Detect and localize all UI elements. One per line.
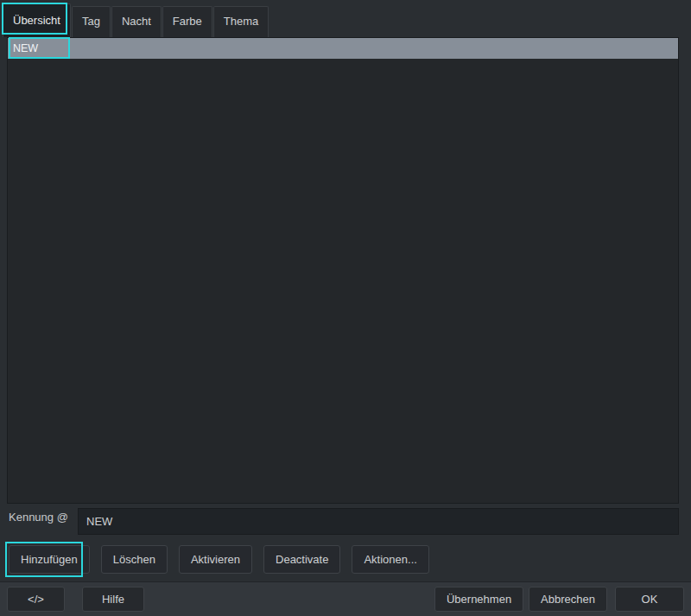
action-button-row: Hinzufügen Löschen Aktivieren Deactivate… — [9, 545, 429, 574]
list-item-new[interactable]: NEW — [8, 38, 678, 59]
add-button[interactable]: Hinzufügen — [9, 545, 90, 574]
profile-list[interactable]: NEW — [7, 37, 679, 504]
ok-button[interactable]: OK — [615, 587, 684, 612]
tab-thema[interactable]: Thema — [213, 6, 269, 37]
apply-button[interactable]: Übernehmen — [434, 587, 523, 612]
tab-tag[interactable]: Tag — [72, 6, 111, 37]
tab-bar: Übersicht Tag Nacht Farbe Thema — [3, 0, 691, 37]
settings-dialog: Übersicht Tag Nacht Farbe Thema NEW Kenn… — [0, 0, 691, 616]
tab-farbe[interactable]: Farbe — [162, 6, 212, 37]
help-button[interactable]: Hilfe — [82, 587, 144, 612]
tab-uebersicht[interactable]: Übersicht — [3, 3, 71, 37]
dialog-button-bar: </> Hilfe Übernehmen Abbrechen OK — [0, 581, 691, 616]
cancel-button[interactable]: Abbrechen — [529, 587, 607, 612]
delete-button[interactable]: Löschen — [101, 545, 168, 574]
activate-button[interactable]: Aktivieren — [179, 545, 252, 574]
code-view-button[interactable]: </> — [7, 587, 65, 612]
kennung-label: Kennung @ — [9, 511, 68, 524]
deactivate-button[interactable]: Deactivate — [263, 545, 340, 574]
kennung-input[interactable] — [78, 508, 679, 535]
tab-nacht[interactable]: Nacht — [111, 6, 162, 37]
more-actions-button[interactable]: Aktionen... — [352, 545, 428, 574]
